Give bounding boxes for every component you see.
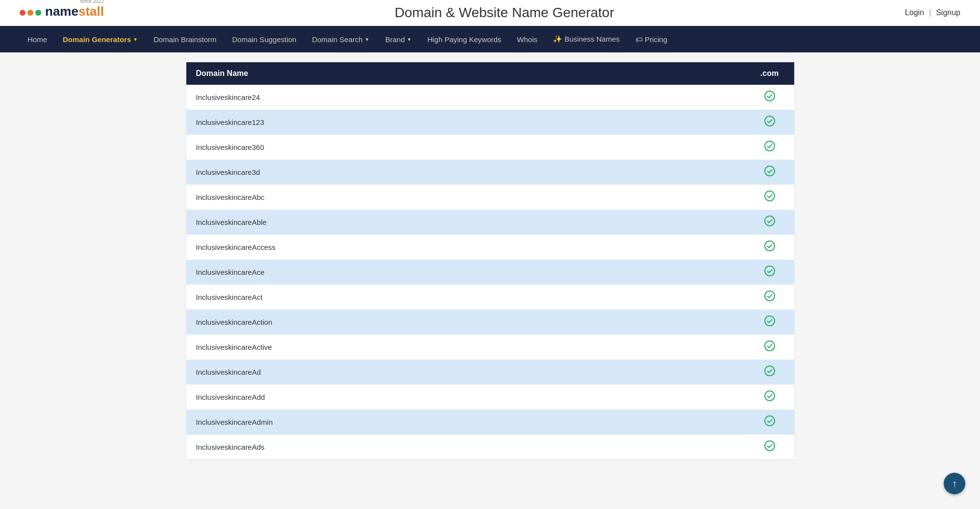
auth-links: Login | Signup xyxy=(905,8,960,17)
available-icon xyxy=(764,340,775,354)
table-row[interactable]: Inclusiveskincare3d xyxy=(186,160,794,185)
table-row[interactable]: Inclusiveskincare24 xyxy=(186,85,794,110)
domain-name-cell: InclusiveskincareAce xyxy=(186,260,745,285)
domain-name-cell: InclusiveskincareAd xyxy=(186,360,745,385)
logo-text: namestall xyxy=(45,4,104,19)
availability-cell[interactable] xyxy=(745,310,794,335)
available-icon xyxy=(764,415,775,429)
availability-cell[interactable] xyxy=(745,85,794,110)
nav-pricing[interactable]: 🏷 Pricing xyxy=(628,26,675,52)
dot-red xyxy=(20,10,25,16)
arrow-icon: ▼ xyxy=(133,37,138,42)
svg-point-1 xyxy=(765,116,775,126)
logo-dots xyxy=(20,10,41,16)
domain-name-cell: InclusiveskincareAds xyxy=(186,435,745,460)
domain-name-cell: InclusiveskincareAct xyxy=(186,285,745,310)
table-row[interactable]: InclusiveskincareAction xyxy=(186,310,794,335)
table-row[interactable]: InclusiveskincareAct xyxy=(186,285,794,310)
nav-domain-suggestion[interactable]: Domain Suggestion xyxy=(225,26,304,52)
table-row[interactable]: InclusiveskincareAdmin xyxy=(186,410,794,435)
domain-name-cell: InclusiveskincareAbc xyxy=(186,185,745,210)
svg-point-0 xyxy=(765,91,775,101)
availability-cell[interactable] xyxy=(745,410,794,435)
table-row[interactable]: Inclusiveskincare123 xyxy=(186,110,794,135)
available-icon xyxy=(764,216,775,229)
svg-point-10 xyxy=(765,341,775,351)
availability-cell[interactable] xyxy=(745,110,794,135)
availability-cell[interactable] xyxy=(745,185,794,210)
table-row[interactable]: InclusiveskincareAdd xyxy=(186,385,794,410)
table-header-row: Domain Name .com xyxy=(186,62,794,85)
table-row[interactable]: InclusiveskincareAccess xyxy=(186,235,794,260)
available-icon xyxy=(764,191,775,204)
col-header-domain-name: Domain Name xyxy=(186,62,745,85)
available-icon xyxy=(764,241,775,254)
available-icon xyxy=(764,141,775,154)
nav-domain-generators[interactable]: Domain Generators ▼ xyxy=(55,26,146,52)
logo-since: since 2012 xyxy=(46,0,104,4)
domain-table: Domain Name .com Inclusiveskincare24Incl… xyxy=(186,62,794,460)
signup-link[interactable]: Signup xyxy=(936,8,960,17)
svg-point-12 xyxy=(765,391,775,401)
auth-divider: | xyxy=(929,8,931,17)
logo-area: since 2012 namestall xyxy=(20,6,104,19)
login-link[interactable]: Login xyxy=(905,8,924,17)
svg-point-5 xyxy=(765,216,775,226)
availability-cell[interactable] xyxy=(745,360,794,385)
dot-green xyxy=(35,10,41,16)
svg-point-11 xyxy=(765,366,775,376)
table-row[interactable]: InclusiveskincareAbc xyxy=(186,185,794,210)
logo-text-area: since 2012 namestall xyxy=(45,6,104,19)
svg-point-2 xyxy=(765,141,775,151)
domain-name-cell: InclusiveskincareAccess xyxy=(186,235,745,260)
availability-cell[interactable] xyxy=(745,335,794,360)
nav-domain-search[interactable]: Domain Search ▼ xyxy=(304,26,377,52)
available-icon xyxy=(764,91,775,104)
svg-point-14 xyxy=(765,441,775,451)
svg-point-7 xyxy=(765,266,775,276)
table-row[interactable]: InclusiveskincareActive xyxy=(186,335,794,360)
availability-cell[interactable] xyxy=(745,135,794,160)
available-icon xyxy=(764,166,775,179)
available-icon xyxy=(764,291,775,304)
svg-point-9 xyxy=(765,316,775,326)
available-icon xyxy=(764,116,775,129)
availability-cell[interactable] xyxy=(745,210,794,235)
table-row[interactable]: InclusiveskincareAd xyxy=(186,360,794,385)
domain-name-cell: InclusiveskincareActive xyxy=(186,335,745,360)
table-row[interactable]: Inclusiveskincare360 xyxy=(186,135,794,160)
available-icon xyxy=(764,266,775,279)
availability-cell[interactable] xyxy=(745,235,794,260)
nav-brand[interactable]: Brand ▼ xyxy=(377,26,420,52)
availability-cell[interactable] xyxy=(745,385,794,410)
table-body: Inclusiveskincare24Inclusiveskincare123I… xyxy=(186,85,794,460)
available-icon xyxy=(764,315,775,329)
domain-name-cell: Inclusiveskincare3d xyxy=(186,160,745,185)
table-row[interactable]: InclusiveskincareAds xyxy=(186,435,794,460)
svg-point-13 xyxy=(765,416,775,426)
domain-name-cell: Inclusiveskincare123 xyxy=(186,110,745,135)
availability-cell[interactable] xyxy=(745,260,794,285)
domain-name-cell: InclusiveskincareAble xyxy=(186,210,745,235)
arrow-icon-3: ▼ xyxy=(407,37,412,42)
col-header-com: .com xyxy=(745,62,794,85)
availability-cell[interactable] xyxy=(745,435,794,460)
svg-point-6 xyxy=(765,241,775,251)
nav-high-paying[interactable]: High Paying Keywords xyxy=(420,26,509,52)
arrow-icon-2: ▼ xyxy=(365,37,370,42)
domain-name-cell: Inclusiveskincare24 xyxy=(186,85,745,110)
table-row[interactable]: InclusiveskincareAce xyxy=(186,260,794,285)
table-header: Domain Name .com xyxy=(186,62,794,85)
nav-domain-brainstorm[interactable]: Domain Brainstorm xyxy=(146,26,224,52)
availability-cell[interactable] xyxy=(745,160,794,185)
nav-business-names[interactable]: ✨ Business Names xyxy=(545,26,628,52)
domain-name-cell: InclusiveskincareAction xyxy=(186,310,745,335)
domain-name-cell: InclusiveskincareAdd xyxy=(186,385,745,410)
available-icon xyxy=(764,390,775,404)
main-content: Domain Name .com Inclusiveskincare24Incl… xyxy=(176,62,804,460)
availability-cell[interactable] xyxy=(745,285,794,310)
site-title: Domain & Website Name Generator xyxy=(395,5,614,21)
table-row[interactable]: InclusiveskincareAble xyxy=(186,210,794,235)
nav-home[interactable]: Home xyxy=(20,26,55,52)
nav-whois[interactable]: Whois xyxy=(509,26,546,52)
